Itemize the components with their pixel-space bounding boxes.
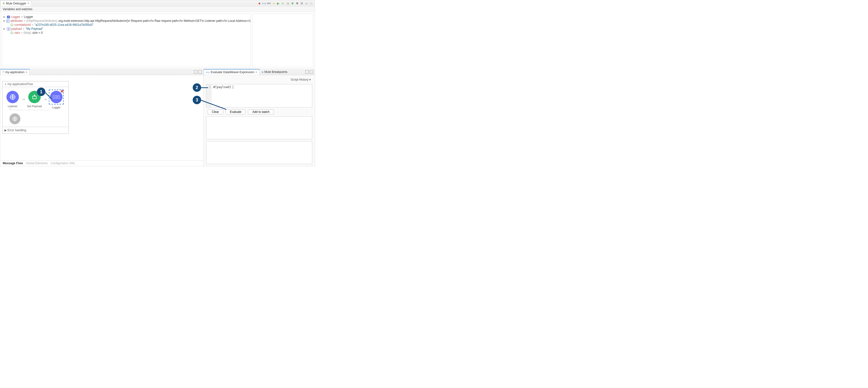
maximize-icon[interactable]: [310, 70, 313, 74]
expression-editor[interactable]: 1 #[payload]: [206, 84, 312, 108]
clear-button[interactable]: Clear: [208, 110, 223, 114]
mule-icon: ᛗ: [2, 70, 4, 74]
type-badge-icon: e: [7, 27, 10, 31]
var-name: correlationId: [14, 23, 31, 27]
var-name: Logger: [11, 15, 20, 19]
var-eq: =: [23, 27, 25, 31]
arrow-icon: →: [22, 97, 26, 101]
vars-header: Variables and watches: [0, 6, 315, 12]
node-listener[interactable]: Listener: [5, 91, 20, 108]
tab-label: Mule Breakpoints: [265, 70, 287, 74]
maximize-icon[interactable]: □: [309, 1, 313, 5]
tab-global-elements[interactable]: Global Elements: [26, 161, 48, 165]
tab-label: my-application: [5, 70, 24, 74]
arrow-icon: →: [43, 97, 48, 101]
type-badge-icon: e: [6, 19, 10, 23]
expression-icon[interactable]: x+y: [262, 1, 266, 5]
log-icon: LOG: [50, 91, 62, 103]
current-step-highlight: LOG: [49, 90, 64, 105]
error-handling-row[interactable]: ▶ Error handling: [2, 127, 68, 133]
var-value: Logger: [24, 15, 33, 19]
debugger-toolbar: ■ x+y 👓 ⊸ ▶ ⊳ ◷ ✚ ✖ ⚙ ▭ □: [257, 1, 315, 5]
step-icon[interactable]: ⊳: [281, 1, 285, 5]
flow-canvas[interactable]: 1 ▼ my-applicationFlow List: [0, 75, 204, 160]
expand-icon[interactable]: ▶: [4, 128, 7, 132]
key-icon[interactable]: ⊸: [272, 1, 276, 5]
var-type: = {Map}: [21, 31, 31, 34]
tab-evaluate-expression[interactable]: x+y Evaluate DataWeave Expression ✕: [204, 69, 260, 75]
var-eq: =: [21, 15, 23, 19]
var-value: org.mule.extension.http.api.HttpRequestA…: [59, 19, 251, 23]
tree-row[interactable]: ▶ e payload = "My Payload": [3, 27, 249, 31]
bug-icon: ✻: [2, 2, 5, 5]
expand-icon[interactable]: ▶: [3, 20, 5, 22]
expand-icon[interactable]: ▶: [3, 28, 6, 30]
minimize-icon[interactable]: ▭: [305, 1, 309, 5]
script-history-dropdown[interactable]: Script History ▾: [206, 77, 312, 82]
minimize-icon[interactable]: [305, 70, 309, 74]
flow-container[interactable]: ▼ my-applicationFlow Listener →: [2, 81, 69, 134]
var-name: vars: [14, 31, 20, 34]
return-path: [10, 108, 50, 110]
response-globe-icon: [9, 113, 20, 124]
var-value: "My Payload": [26, 27, 43, 31]
expand-icon[interactable]: ▶: [3, 16, 6, 18]
close-icon[interactable]: ✕: [25, 71, 28, 74]
breakpoint-dot-icon: [61, 90, 63, 93]
result-output: [206, 116, 312, 139]
flow-tab-bar: ᛗ my-application ✕: [0, 69, 204, 75]
callout-1: 1: [37, 88, 45, 96]
callout-line: [200, 87, 208, 88]
type-badge-icon: a: [10, 23, 13, 26]
gears-icon[interactable]: ⚙: [300, 1, 304, 5]
add-to-watch-button[interactable]: Add to watch: [248, 110, 274, 114]
minimize-icon[interactable]: [194, 70, 197, 74]
tab-my-application[interactable]: ᛗ my-application ✕: [0, 69, 30, 75]
tree-row[interactable]: a vars = {Map} size = 0: [3, 31, 249, 35]
variables-tree[interactable]: ▶ ≡ Logger = Logger ▶ e attributes = {Ht…: [2, 13, 251, 67]
plus-icon[interactable]: ✚: [290, 1, 294, 5]
var-value: "a237e180-d025-11ea-a426-9801a7b055d3": [34, 23, 93, 27]
svg-rect-1: [32, 96, 36, 99]
clock-icon[interactable]: ◷: [286, 1, 290, 5]
flow-title: my-applicationFlow: [7, 82, 33, 86]
callout-3: 3: [193, 96, 201, 104]
resume-icon[interactable]: ▶: [276, 1, 280, 5]
editor-bottom-tabs: Message Flow Global Elements Configurati…: [0, 160, 204, 166]
close-icon[interactable]: ✕: [27, 2, 30, 5]
tab-message-flow[interactable]: Message Flow: [3, 161, 23, 165]
node-label: Set Payload: [27, 105, 42, 108]
var-name: payload: [11, 27, 22, 31]
tab-mule-breakpoints[interactable]: ● Mule Breakpoints: [260, 69, 289, 75]
type-badge-icon: a: [10, 31, 13, 34]
tree-row[interactable]: ▶ ≡ Logger = Logger: [3, 15, 249, 19]
tab-label: Evaluate DataWeave Expression: [211, 70, 254, 74]
error-handling-label: Error handling: [7, 128, 26, 132]
node-logger[interactable]: LOG Logger: [49, 90, 64, 109]
node-label: Listener: [8, 105, 18, 108]
secondary-output: [206, 141, 312, 164]
var-eq: =: [32, 23, 33, 27]
stop-icon[interactable]: ■: [257, 1, 261, 5]
var-value: size = 0: [32, 31, 43, 34]
node-label: Logger: [52, 106, 61, 109]
collapse-icon[interactable]: ▼: [4, 83, 7, 86]
flow-title-row[interactable]: ▼ my-applicationFlow: [2, 81, 68, 87]
glasses-icon[interactable]: 👓: [267, 1, 271, 5]
tab-mule-debugger[interactable]: ✻ Mule Debugger ✕: [0, 1, 32, 6]
evaluate-button[interactable]: Evaluate: [226, 110, 246, 114]
close-icon[interactable]: ✕: [255, 71, 257, 74]
wrench-icon[interactable]: ✖: [295, 1, 299, 5]
var-type: = {HttpRequestAttributes}: [24, 19, 58, 23]
tab-config-xml[interactable]: Configuration XML: [51, 161, 75, 165]
breakpoint-icon: ●: [261, 70, 264, 74]
callout-2: 2: [193, 83, 201, 92]
tree-row[interactable]: a correlationId = "a237e180-d025-11ea-a4…: [3, 23, 249, 27]
type-badge-icon: ≡: [7, 16, 10, 18]
tab-label: Mule Debugger: [6, 2, 26, 5]
eval-tab-bar: x+y Evaluate DataWeave Expression ✕ ● Mu…: [204, 69, 315, 75]
tree-row[interactable]: ▶ e attributes = {HttpRequestAttributes}…: [3, 19, 249, 23]
maximize-icon[interactable]: [198, 70, 202, 74]
var-name: attributes: [11, 19, 23, 23]
expression-input[interactable]: #[payload]: [212, 84, 312, 107]
